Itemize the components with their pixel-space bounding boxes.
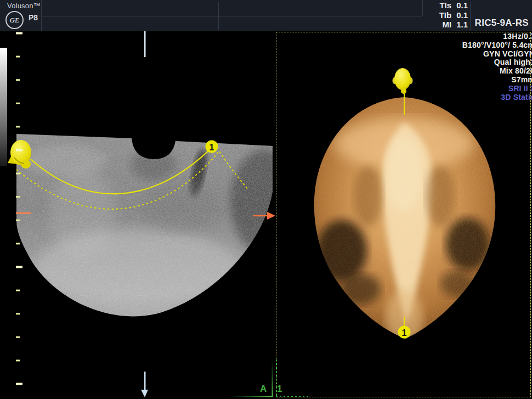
imaging-parameters: 13Hz/0.7 B180°/V100°/ 5.4cm GYN VCI/GYN … (462, 32, 532, 102)
param-line: Qual high1 (462, 58, 532, 67)
param-line: B180°/V100°/ 5.4cm (462, 41, 532, 50)
svg-text:1: 1 (402, 328, 407, 338)
left-2d-image[interactable]: 1 (0, 31, 276, 399)
divider (470, 2, 471, 30)
ti-soft-value: 0.1 (456, 1, 468, 10)
ti-bone-label: TIb (439, 10, 452, 20)
panel-1-label: 1 (277, 384, 282, 395)
svg-text:1: 1 (210, 143, 214, 152)
ultrasound-screen: { "header": { "brand": "Voluson™", "ge_m… (0, 0, 532, 399)
top-orientation-marker (144, 31, 146, 57)
param-line: 13Hz/0.7 (462, 32, 532, 41)
cursor-head-icon[interactable] (8, 140, 31, 168)
brand-name: Voluson™ (7, 2, 41, 10)
param-line: Mix 80/20 (462, 67, 532, 76)
2d-sector-image (16, 134, 276, 316)
mi-row: MI1.1 (439, 20, 468, 30)
ti-soft-label: TIs (439, 1, 451, 10)
3d-volume-image (314, 97, 495, 344)
divider (41, 16, 422, 16)
param-line-mode: 3D Static (462, 93, 532, 102)
measure-point-1[interactable]: 1 (206, 141, 218, 153)
divider (218, 2, 219, 30)
panel-a-label: A (260, 384, 267, 395)
ge-logo-icon: GE (5, 11, 24, 29)
ge-monogram: GE (9, 16, 19, 25)
ti-soft-row: TIs0.1 (439, 1, 468, 10)
top-bar: Voluson™ GE P8 TIs0.1 TIb0.1 MI1.1 RIC5-… (0, 0, 532, 31)
param-line: S7mm (462, 76, 532, 85)
down-arrow-icon (141, 372, 148, 397)
ti-bone-value: 0.1 (456, 10, 468, 20)
ti-bone-row: TIb0.1 (439, 10, 468, 20)
mi-value: 1.1 (456, 20, 468, 30)
divider (422, 0, 423, 16)
acoustic-output-indices: TIs0.1 TIb0.1 MI1.1 (439, 1, 468, 30)
mi-label: MI (442, 20, 451, 30)
param-line-sri: SRI II 3 (462, 85, 532, 93)
focus-depth-marker (16, 212, 31, 214)
system-model: P8 (29, 13, 38, 22)
param-line: GYN VCI/GYN (462, 50, 532, 59)
probe-name: RIC5-9A-RS (475, 18, 529, 29)
